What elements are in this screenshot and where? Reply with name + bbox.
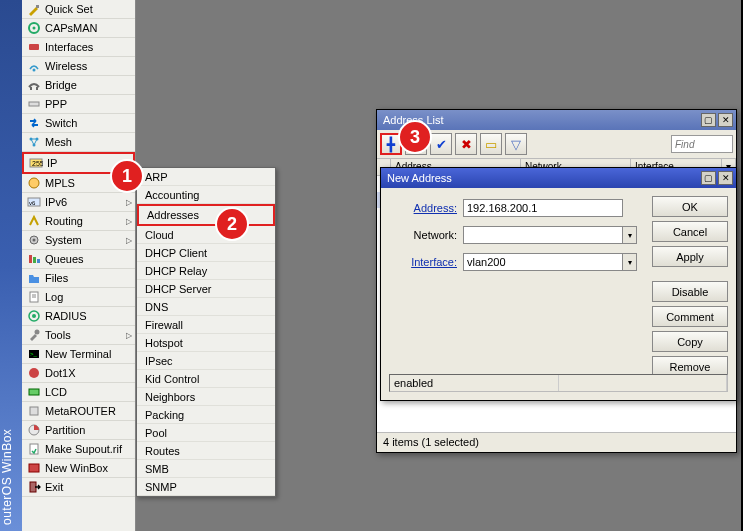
sidebar-item-bridge[interactable]: Bridge: [22, 76, 135, 95]
ip-submenu: ARPAccountingAddressesCloudDHCP ClientDH…: [136, 167, 276, 497]
sidebar: Quick SetCAPsMANInterfacesWirelessBridge…: [22, 0, 136, 531]
sidebar-item-files[interactable]: Files: [22, 269, 135, 288]
sidebar-item-tools[interactable]: Tools▷: [22, 326, 135, 345]
submenu-item-snmp[interactable]: SNMP: [137, 478, 275, 496]
apply-button[interactable]: Apply: [652, 246, 728, 267]
sidebar-item-label: Partition: [45, 424, 85, 436]
network-dropdown-icon[interactable]: ▾: [623, 226, 637, 244]
interface-input[interactable]: [463, 253, 623, 271]
sidebar-item-ipv6[interactable]: v6IPv6▷: [22, 193, 135, 212]
minimize-icon[interactable]: ▢: [701, 171, 716, 185]
interface-label[interactable]: Interface:: [389, 256, 457, 268]
chevron-right-icon: ▷: [126, 331, 132, 340]
submenu-item-addresses[interactable]: Addresses: [137, 204, 275, 226]
address-input[interactable]: [463, 199, 623, 217]
submenu-item-accounting[interactable]: Accounting: [137, 186, 275, 204]
submenu-item-smb[interactable]: SMB: [137, 460, 275, 478]
sidebar-item-label: Switch: [45, 117, 77, 129]
submenu-item-neighbors[interactable]: Neighbors: [137, 388, 275, 406]
status-enabled: enabled: [390, 375, 559, 391]
copy-button[interactable]: Copy: [652, 331, 728, 352]
submenu-item-arp[interactable]: ARP: [137, 168, 275, 186]
sidebar-item-lcd[interactable]: LCD: [22, 383, 135, 402]
disable-button[interactable]: ✖: [455, 133, 477, 155]
sidebar-item-label: Quick Set: [45, 3, 93, 15]
submenu-item-dhcp-client[interactable]: DHCP Client: [137, 244, 275, 262]
comment-button[interactable]: Comment: [652, 306, 728, 327]
sidebar-item-ppp[interactable]: PPP: [22, 95, 135, 114]
sidebar-item-quick-set[interactable]: Quick Set: [22, 0, 135, 19]
sidebar-item-label: Files: [45, 272, 68, 284]
sidebar-item-capsman[interactable]: CAPsMAN: [22, 19, 135, 38]
submenu-item-ipsec[interactable]: IPsec: [137, 352, 275, 370]
tools-icon: [26, 328, 41, 343]
submenu-item-label: ARP: [145, 171, 168, 183]
submenu-item-label: Routes: [145, 445, 180, 457]
sidebar-item-switch[interactable]: Switch: [22, 114, 135, 133]
submenu-item-hotspot[interactable]: Hotspot: [137, 334, 275, 352]
submenu-item-pool[interactable]: Pool: [137, 424, 275, 442]
new-address-statusbar: enabled: [389, 374, 728, 392]
submenu-item-label: DHCP Relay: [145, 265, 207, 277]
metarouter-icon: [26, 404, 41, 419]
sidebar-item-routing[interactable]: Routing▷: [22, 212, 135, 231]
submenu-item-dns[interactable]: DNS: [137, 298, 275, 316]
sidebar-item-radius[interactable]: RADIUS: [22, 307, 135, 326]
address-label[interactable]: Address:: [389, 202, 457, 214]
sidebar-item-exit[interactable]: Exit: [22, 478, 135, 497]
routing-icon: [26, 214, 41, 229]
close-icon[interactable]: ✕: [718, 171, 733, 185]
svg-rect-30: [29, 389, 39, 395]
enable-button[interactable]: ✔: [430, 133, 452, 155]
sidebar-item-label: Log: [45, 291, 63, 303]
comment-button[interactable]: ▭: [480, 133, 502, 155]
sidebar-item-mesh[interactable]: Mesh: [22, 133, 135, 152]
sidebar-item-new-terminal[interactable]: >_New Terminal: [22, 345, 135, 364]
exit-icon: [26, 480, 41, 495]
sidebar-item-label: New WinBox: [45, 462, 108, 474]
cancel-button[interactable]: Cancel: [652, 221, 728, 242]
sidebar-item-partition[interactable]: Partition: [22, 421, 135, 440]
network-input[interactable]: [463, 226, 623, 244]
disable-button[interactable]: Disable: [652, 281, 728, 302]
svg-rect-7: [29, 102, 39, 106]
sidebar-item-label: MetaROUTER: [45, 405, 116, 417]
new-address-titlebar[interactable]: New Address ▢ ✕: [381, 168, 736, 188]
sidebar-item-queues[interactable]: Queues: [22, 250, 135, 269]
sidebar-item-wireless[interactable]: Wireless: [22, 57, 135, 76]
sidebar-item-log[interactable]: Log: [22, 288, 135, 307]
sidebar-item-label: IPv6: [45, 196, 67, 208]
submenu-item-cloud[interactable]: Cloud: [137, 226, 275, 244]
dialog-buttons: OK Cancel Apply Disable Comment Copy Rem…: [652, 196, 728, 377]
callout-2: 2: [215, 207, 249, 241]
sidebar-item-interfaces[interactable]: Interfaces: [22, 38, 135, 57]
sidebar-item-system[interactable]: System▷: [22, 231, 135, 250]
svg-text:>_: >_: [30, 351, 38, 357]
sidebar-item-dot1x[interactable]: Dot1X: [22, 364, 135, 383]
submenu-item-dhcp-server[interactable]: DHCP Server: [137, 280, 275, 298]
new-winbox-icon: [26, 461, 41, 476]
new-terminal-icon: >_: [26, 347, 41, 362]
find-input[interactable]: [671, 135, 733, 153]
svg-rect-34: [29, 464, 39, 472]
sidebar-item-label: CAPsMAN: [45, 22, 98, 34]
minimize-icon[interactable]: ▢: [701, 113, 716, 127]
submenu-item-packing[interactable]: Packing: [137, 406, 275, 424]
interface-dropdown-icon[interactable]: ▾: [623, 253, 637, 271]
sidebar-item-new-winbox[interactable]: New WinBox: [22, 459, 135, 478]
svg-rect-31: [30, 407, 38, 415]
chevron-right-icon: ▷: [126, 217, 132, 226]
sidebar-item-make-supout-rif[interactable]: Make Supout.rif: [22, 440, 135, 459]
svg-point-4: [32, 69, 35, 72]
address-list-titlebar[interactable]: Address List ▢ ✕: [377, 110, 736, 130]
svg-rect-19: [33, 257, 36, 263]
submenu-item-routes[interactable]: Routes: [137, 442, 275, 460]
filter-button[interactable]: ▽: [505, 133, 527, 155]
ok-button[interactable]: OK: [652, 196, 728, 217]
sidebar-item-metarouter[interactable]: MetaROUTER: [22, 402, 135, 421]
close-icon[interactable]: ✕: [718, 113, 733, 127]
sidebar-item-label: PPP: [45, 98, 67, 110]
submenu-item-kid-control[interactable]: Kid Control: [137, 370, 275, 388]
submenu-item-dhcp-relay[interactable]: DHCP Relay: [137, 262, 275, 280]
submenu-item-firewall[interactable]: Firewall: [137, 316, 275, 334]
